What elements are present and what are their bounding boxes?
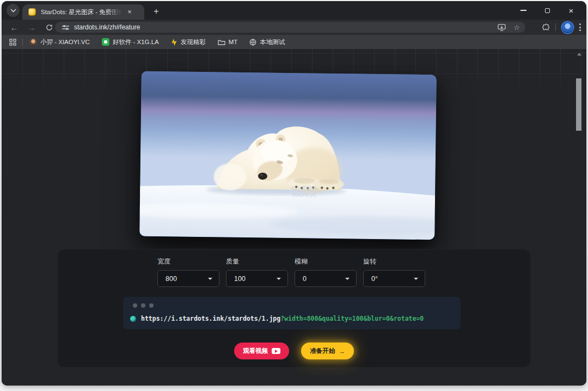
terminal-dots-icon <box>133 303 154 308</box>
reload-button[interactable] <box>42 20 56 35</box>
spark-icon <box>171 39 177 46</box>
toolbar-separator <box>555 23 556 31</box>
bookmark-star-icon[interactable]: ☆ <box>513 23 520 32</box>
forward-button[interactable]: → <box>24 20 39 35</box>
url-code-box: https://i.stardots.ink/stardots/1.jpg?wi… <box>123 297 461 329</box>
url-query-params: ?width=800&quality=100&blur=0&rotate=0 <box>280 315 424 322</box>
field-width: 宽度 800 <box>157 257 219 287</box>
field-blur: 模糊 0 <box>295 257 357 287</box>
bookmark-xiaoyi[interactable]: 小羿 - XIAOYI.VC <box>29 38 90 46</box>
profile-avatar[interactable] <box>562 22 573 33</box>
tab-title: StarDots: 星光图床 - 免费图像 <box>41 8 124 16</box>
tab-close-icon[interactable]: × <box>125 7 134 17</box>
minimize-icon <box>520 10 526 10</box>
site-settings-icon[interactable] <box>62 25 69 30</box>
blur-select[interactable]: 0 <box>295 270 357 287</box>
tab-strip: StarDots: 星光图床 - 免费图像 × + × <box>2 1 586 20</box>
toolbar-right <box>541 20 581 35</box>
bookmark-local-test[interactable]: 本地测试 <box>249 38 285 46</box>
chevron-down-icon <box>277 278 281 280</box>
field-rotate-label: 旋转 <box>363 257 425 266</box>
globe-icon <box>249 39 256 46</box>
bookmark-x1g[interactable]: 好软件 - X1G.LA <box>102 38 159 46</box>
watermark-line2: XIAOYI.VC <box>292 192 317 198</box>
maximize-icon <box>545 8 550 13</box>
image-options-panel: 宽度 800 质量 100 模糊 0 <box>57 249 531 368</box>
hero-image-polar-bear: ©小羿软件 XIAOYI.VC <box>139 71 437 240</box>
chevron-down-icon <box>208 278 212 280</box>
bookmark-mt-folder[interactable]: MT <box>218 39 238 45</box>
rotate-select[interactable]: 0° <box>363 270 425 287</box>
tab-search-button[interactable] <box>7 4 20 17</box>
bookmark-discover[interactable]: 发现精彩 <box>171 38 206 46</box>
arrow-right-icon: → <box>339 348 345 355</box>
close-icon: × <box>569 7 574 15</box>
chevron-down-icon <box>414 278 418 280</box>
cta-row: 观看视频 准备开始 → <box>58 343 530 359</box>
green-app-icon <box>102 38 109 46</box>
minimize-button[interactable] <box>511 1 535 20</box>
maximize-button[interactable] <box>535 1 559 20</box>
stardots-favicon-icon <box>28 8 36 16</box>
folder-icon <box>218 39 225 45</box>
avatar-icon <box>29 38 37 46</box>
new-tab-button[interactable]: + <box>150 5 163 18</box>
address-bar[interactable]: stardots.ink/zh#feature ☆ <box>55 22 525 33</box>
browser-window: StarDots: 星光图床 - 免费图像 × + × ← → stardots… <box>2 1 586 386</box>
window-controls: × <box>511 1 583 20</box>
field-quality: 质量 100 <box>226 257 288 287</box>
generated-url: https://i.stardots.ink/stardots/1.jpg?wi… <box>130 315 424 322</box>
field-width-label: 宽度 <box>157 257 219 266</box>
scrollbar-up-icon[interactable] <box>577 53 581 56</box>
watch-video-button[interactable]: 观看视频 <box>234 343 289 359</box>
field-rotate: 旋转 0° <box>363 257 425 287</box>
width-select[interactable]: 800 <box>157 270 219 287</box>
chevron-down-icon <box>345 278 350 280</box>
reload-icon <box>46 24 53 31</box>
field-quality-label: 质量 <box>226 257 288 266</box>
field-blur-label: 模糊 <box>295 257 357 266</box>
bookmarks-separator <box>22 39 23 46</box>
url-text[interactable]: stardots.ink/zh#feature <box>74 23 498 31</box>
get-started-button[interactable]: 准备开始 → <box>301 343 354 359</box>
apps-grid-icon[interactable] <box>9 39 16 46</box>
menu-kebab-icon[interactable] <box>579 23 581 31</box>
youtube-play-icon <box>272 348 280 354</box>
back-button[interactable]: ← <box>7 20 21 35</box>
web-page: ©小羿软件 XIAOYI.VC 宽度 800 质量 100 模 <box>2 49 586 386</box>
quality-select[interactable]: 100 <box>226 270 288 287</box>
extensions-icon[interactable] <box>541 23 549 32</box>
bookmarks-bar: 小羿 - XIAOYI.VC 好软件 - X1G.LA 发现精彩 MT 本地测试 <box>2 35 586 49</box>
url-base: https://i.stardots.ink/stardots/1.jpg <box>141 315 280 322</box>
active-tab[interactable]: StarDots: 星光图床 - 免费图像 × <box>22 4 144 20</box>
watermark-line1: ©小羿软件 <box>292 185 318 192</box>
scrollbar-thumb[interactable] <box>576 78 581 131</box>
close-button[interactable]: × <box>559 1 583 20</box>
browser-toolbar: ← → stardots.ink/zh#feature ☆ <box>2 20 586 35</box>
link-globe-icon <box>130 316 136 322</box>
save-to-device-icon[interactable] <box>498 24 506 31</box>
chevron-down-icon <box>10 9 16 13</box>
polar-bear-scene: ©小羿软件 XIAOYI.VC <box>139 71 437 240</box>
